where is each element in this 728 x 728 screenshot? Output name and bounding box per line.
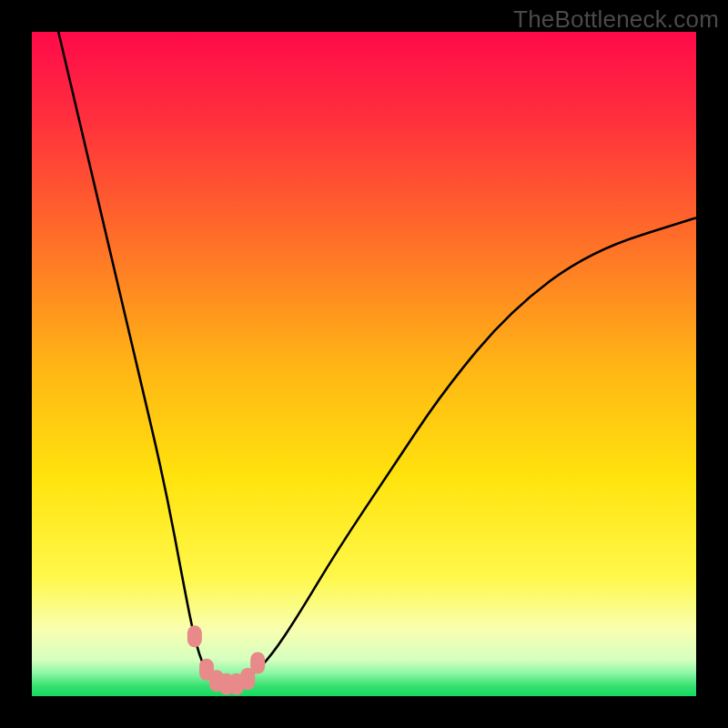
curve-marker xyxy=(187,625,202,647)
chart-frame: TheBottleneck.com xyxy=(0,0,728,728)
curve-marker xyxy=(250,652,265,674)
curve-layer xyxy=(32,32,696,696)
plot-area xyxy=(32,32,696,696)
watermark-text: TheBottleneck.com xyxy=(513,5,719,34)
bottleneck-curve xyxy=(58,32,696,683)
marker-group xyxy=(187,625,265,695)
